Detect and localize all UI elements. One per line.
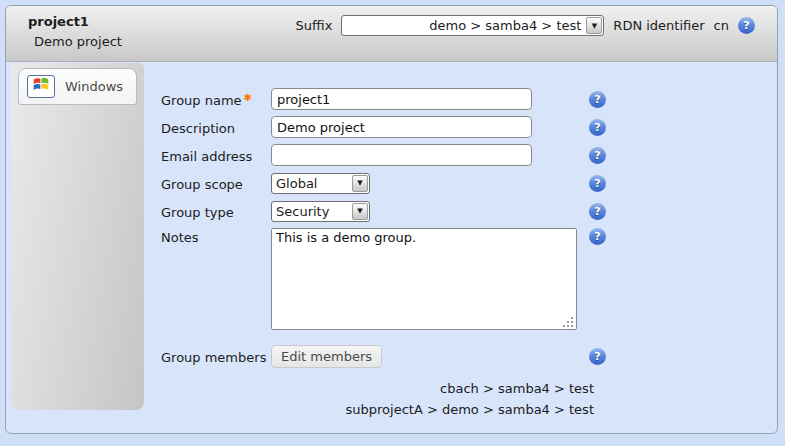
group-type-value: Security — [272, 204, 351, 219]
suffix-label: Suffix — [296, 18, 333, 33]
tab-windows[interactable]: Windows — [18, 68, 137, 105]
chevron-down-icon[interactable]: ▼ — [352, 203, 368, 220]
group-form: Group name✱ ? Description ? Email addres… — [161, 88, 606, 420]
suffix-select[interactable]: demo > samba4 > test ▼ — [341, 15, 604, 36]
help-icon[interactable]: ? — [589, 203, 606, 220]
description-row: Description ? — [161, 116, 606, 138]
group-members-label: Group members — [161, 348, 271, 365]
help-icon[interactable]: ? — [589, 228, 606, 245]
email-label: Email address — [161, 147, 271, 164]
notes-row: Notes This is a demo group. ? — [161, 228, 606, 333]
help-icon[interactable]: ? — [589, 175, 606, 192]
help-icon[interactable]: ? — [589, 348, 606, 365]
member-list: cbach > samba4 > test subprojectA > demo… — [161, 378, 606, 420]
page-subtitle: Demo project — [34, 34, 122, 49]
help-icon[interactable]: ? — [589, 147, 606, 164]
group-name-input[interactable] — [271, 88, 532, 110]
group-scope-select[interactable]: Global ▼ — [271, 173, 370, 194]
group-scope-label: Group scope — [161, 175, 271, 192]
group-scope-row: Group scope Global ▼ ? — [161, 172, 606, 194]
resize-grip-icon[interactable] — [571, 325, 573, 327]
group-scope-value: Global — [272, 176, 351, 191]
help-icon[interactable]: ? — [738, 17, 755, 34]
rdn-identifier-value: cn — [714, 18, 729, 33]
group-members-row: Group members Edit members ? — [161, 345, 606, 368]
notes-label: Notes — [161, 228, 271, 245]
member-item: cbach > samba4 > test — [161, 378, 606, 399]
header-controls: Suffix demo > samba4 > test ▼ RDN identi… — [296, 15, 755, 36]
page-title: project1 — [28, 14, 89, 29]
group-name-row: Group name✱ ? — [161, 88, 606, 110]
chevron-down-icon[interactable]: ▼ — [586, 17, 602, 34]
group-type-label: Group type — [161, 203, 271, 220]
member-item: subprojectA > demo > samba4 > test — [161, 399, 606, 420]
description-input[interactable] — [271, 116, 532, 138]
tab-sidebar: Windows — [11, 63, 144, 410]
description-label: Description — [161, 119, 271, 136]
group-editor-panel: project1 Demo project Suffix demo > samb… — [5, 5, 778, 434]
suffix-select-value: demo > samba4 > test — [342, 18, 585, 33]
help-icon[interactable]: ? — [589, 91, 606, 108]
edit-members-button[interactable]: Edit members — [271, 345, 382, 368]
windows-logo-icon — [27, 75, 55, 98]
chevron-down-icon[interactable]: ▼ — [352, 175, 368, 192]
group-name-label: Group name✱ — [161, 90, 271, 108]
email-input[interactable] — [271, 144, 532, 166]
tab-windows-label: Windows — [65, 79, 123, 94]
notes-textarea[interactable]: This is a demo group. — [271, 228, 577, 330]
required-marker-icon: ✱ — [244, 92, 252, 103]
help-icon[interactable]: ? — [589, 119, 606, 136]
group-type-select[interactable]: Security ▼ — [271, 201, 370, 222]
group-type-row: Group type Security ▼ ? — [161, 200, 606, 222]
email-row: Email address ? — [161, 144, 606, 166]
rdn-identifier-label: RDN identifier — [613, 18, 704, 33]
header-bar: project1 Demo project Suffix demo > samb… — [6, 6, 777, 62]
